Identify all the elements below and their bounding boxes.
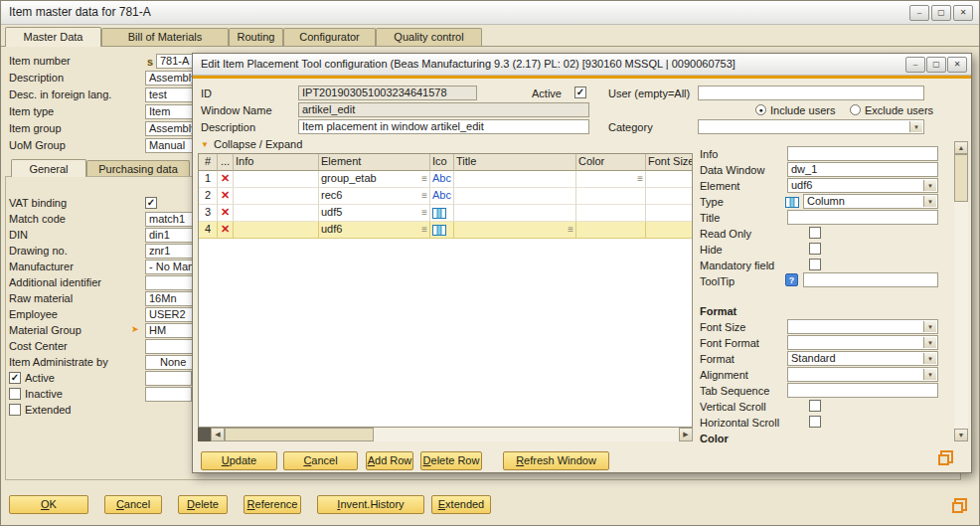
format-select[interactable]: Standard▼ bbox=[787, 351, 938, 366]
element-cell[interactable]: rec6≡ bbox=[319, 188, 430, 205]
ico-cell[interactable]: Abc bbox=[430, 171, 454, 188]
font-format-select[interactable]: ▼ bbox=[787, 335, 938, 350]
tab-routing[interactable]: Routing bbox=[229, 28, 283, 46]
tab-bill-of-materials[interactable]: Bill of Materials bbox=[101, 28, 229, 46]
ico-cell[interactable] bbox=[430, 222, 454, 239]
delete-row-icon[interactable]: ✕ bbox=[221, 223, 230, 235]
dialog-minimize-button[interactable]: – bbox=[905, 57, 925, 73]
handle-icon[interactable]: ≡ bbox=[421, 172, 427, 185]
invent-history-button[interactable]: Invent.History bbox=[317, 495, 424, 514]
mandatory-checkbox[interactable] bbox=[809, 259, 821, 270]
title-cell[interactable] bbox=[454, 205, 576, 222]
tab-master-data[interactable]: Master Data bbox=[5, 27, 101, 47]
inactive-from-field[interactable] bbox=[145, 387, 192, 402]
maximize-button[interactable]: ▢ bbox=[931, 5, 951, 21]
element-cell[interactable]: group_etab≡ bbox=[319, 171, 430, 188]
add-row-button[interactable]: Add Row bbox=[366, 451, 413, 470]
chevron-down-icon[interactable]: ▼ bbox=[923, 321, 936, 332]
extended-button[interactable]: Extended bbox=[431, 495, 491, 514]
read-only-checkbox[interactable] bbox=[809, 227, 821, 239]
inactive-checkbox[interactable] bbox=[9, 388, 21, 400]
fontsize-cell[interactable] bbox=[646, 205, 693, 222]
vertical-scroll-checkbox[interactable] bbox=[809, 400, 821, 412]
table-row[interactable]: 2 ✕ rec6≡ Abc bbox=[199, 188, 692, 205]
scroll-left-button[interactable]: ◀ bbox=[211, 428, 225, 441]
category-select[interactable]: ▼ bbox=[698, 119, 924, 134]
ico-cell[interactable] bbox=[430, 205, 454, 222]
horizontal-scroll-checkbox[interactable] bbox=[809, 416, 821, 428]
info-field[interactable] bbox=[787, 146, 938, 161]
fontsize-cell[interactable] bbox=[646, 188, 693, 205]
scroll-down-button[interactable]: ▼ bbox=[954, 429, 968, 441]
row-delete-cell[interactable]: ✕ bbox=[218, 188, 234, 205]
chevron-down-icon[interactable]: ▼ bbox=[923, 353, 936, 364]
chevron-down-icon[interactable]: ▼ bbox=[923, 196, 936, 207]
col-header-element[interactable]: Element bbox=[319, 154, 430, 171]
vertical-scroll-thumb[interactable] bbox=[954, 154, 968, 202]
info-cell[interactable] bbox=[234, 222, 319, 239]
element-select[interactable]: udf6▼ bbox=[787, 178, 938, 193]
ok-button[interactable]: OK bbox=[9, 495, 88, 514]
description-field[interactable]: Item placement in window artikel_edit bbox=[298, 119, 589, 134]
color-cell[interactable] bbox=[576, 205, 646, 222]
chevron-down-icon[interactable]: ▼ bbox=[923, 180, 936, 191]
collapse-expand-link[interactable]: Collapse / Expand bbox=[214, 138, 302, 151]
dialog-maximize-button[interactable]: ▢ bbox=[926, 57, 946, 73]
table-row[interactable]: 1 ✕ group_etab≡ Abc ≡ bbox=[199, 171, 692, 188]
title-cell[interactable] bbox=[454, 188, 576, 205]
hide-checkbox[interactable] bbox=[809, 243, 821, 255]
ico-cell[interactable]: Abc bbox=[430, 188, 454, 205]
fontsize-cell[interactable] bbox=[646, 222, 693, 239]
horizontal-scrollbar[interactable]: ◀ ▶ bbox=[198, 428, 693, 441]
scroll-up-button[interactable]: ▲ bbox=[954, 141, 968, 154]
info-cell[interactable] bbox=[234, 205, 319, 222]
handle-icon[interactable]: ≡ bbox=[421, 206, 427, 219]
chevron-down-icon[interactable]: ▼ bbox=[909, 121, 922, 132]
handle-icon[interactable]: ≡ bbox=[421, 189, 427, 202]
color-cell[interactable] bbox=[576, 188, 646, 205]
data-window-field[interactable]: dw_1 bbox=[787, 162, 938, 177]
chevron-down-icon[interactable]: ▼ bbox=[923, 369, 936, 380]
active-checkbox[interactable]: ✓ bbox=[9, 372, 21, 384]
element-cell[interactable]: udf6≡ bbox=[319, 222, 430, 239]
active-from-field[interactable] bbox=[145, 371, 192, 386]
user-field[interactable] bbox=[698, 86, 924, 100]
fontsize-cell[interactable] bbox=[646, 171, 693, 188]
table-row[interactable]: 3 ✕ udf5≡ bbox=[199, 205, 692, 222]
reference-button[interactable]: Reference bbox=[244, 495, 301, 514]
link-arrow-icon[interactable]: ➤ bbox=[131, 324, 139, 335]
extended-checkbox[interactable] bbox=[9, 404, 21, 416]
delete-button[interactable]: Delete bbox=[178, 495, 228, 514]
row-delete-cell[interactable]: ✕ bbox=[218, 205, 234, 222]
col-header-num[interactable]: # bbox=[199, 154, 218, 171]
row-delete-cell[interactable]: ✕ bbox=[218, 171, 234, 188]
color-cell[interactable] bbox=[576, 222, 646, 239]
row-delete-cell[interactable]: ✕ bbox=[218, 222, 234, 239]
refresh-window-button[interactable]: Refresh Window bbox=[503, 451, 609, 470]
dialog-cancel-button[interactable]: Cancel bbox=[283, 451, 358, 470]
id-field[interactable]: IPT201903051003234641578 bbox=[298, 86, 477, 100]
title-cell[interactable]: ≡ bbox=[454, 222, 576, 239]
tooltip-field[interactable] bbox=[803, 272, 938, 287]
element-cell[interactable]: udf5≡ bbox=[319, 205, 430, 222]
chevron-down-icon[interactable]: ▼ bbox=[923, 337, 936, 348]
title-cell[interactable] bbox=[454, 171, 576, 188]
col-header-ico[interactable]: Ico bbox=[430, 154, 454, 171]
tab-sequence-field[interactable] bbox=[787, 383, 938, 398]
color-cell[interactable]: ≡ bbox=[576, 171, 646, 188]
subtab-general[interactable]: General bbox=[11, 159, 86, 177]
delete-row-icon[interactable]: ✕ bbox=[221, 206, 230, 218]
exclude-users-radio[interactable] bbox=[850, 104, 861, 115]
col-header-info[interactable]: Info bbox=[234, 154, 319, 171]
window-resize-grip-icon[interactable] bbox=[952, 498, 967, 513]
horizontal-scroll-thumb[interactable] bbox=[225, 428, 374, 441]
dialog-resize-grip-icon[interactable] bbox=[938, 450, 953, 465]
vat-binding-checkbox[interactable]: ✓ bbox=[145, 197, 157, 209]
vertical-scrollbar[interactable]: ▲ ▼ bbox=[954, 141, 968, 441]
handle-icon[interactable]: ≡ bbox=[421, 223, 427, 236]
tab-configurator[interactable]: Configurator bbox=[283, 28, 376, 46]
scroll-right-button[interactable]: ▶ bbox=[679, 428, 693, 441]
title-field[interactable] bbox=[787, 210, 938, 225]
table-row-selected[interactable]: 4 ✕ udf6≡ ≡ bbox=[199, 222, 692, 239]
close-button[interactable]: ✕ bbox=[953, 5, 973, 21]
